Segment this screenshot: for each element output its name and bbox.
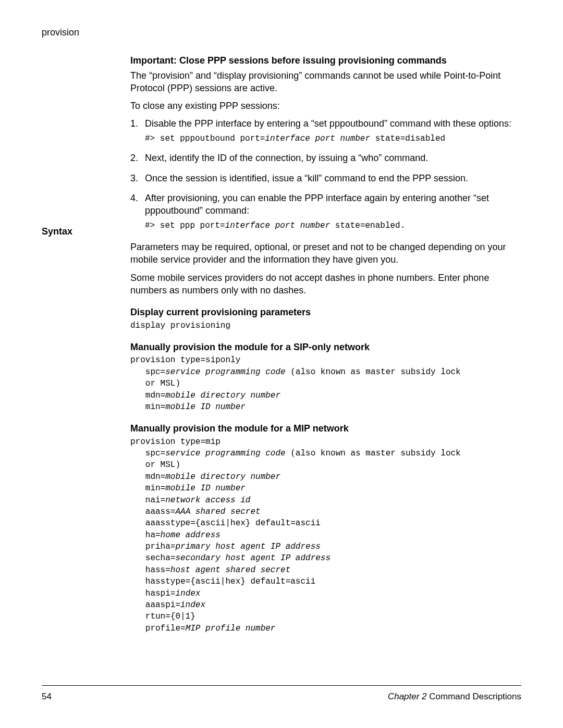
step-1-text: Disable the PPP interface by entering a … (145, 117, 521, 130)
code-text: min= (130, 484, 165, 493)
code-text: min= (130, 402, 165, 412)
code-italic: interface port number (225, 221, 331, 230)
chapter-label: Chapter 2 (388, 692, 427, 701)
important-p1: The “provision” and “display provisionin… (130, 69, 521, 95)
code-text: spc= (130, 367, 165, 377)
code-text: aaasstype={ascii|hex} default=ascii (130, 519, 321, 528)
code-text: state=disabled (370, 134, 445, 143)
step-number: 1. (130, 117, 145, 144)
code-italic: secondary host agent IP address (175, 553, 331, 563)
code-text: #> set pppoutbound port= (145, 134, 265, 143)
footer-right: Chapter 2 Command Descriptions (388, 691, 521, 703)
sip-heading: Manually provision the module for a SIP-… (130, 341, 521, 353)
step-1-code: #> set pppoutbound port=interface port n… (145, 133, 521, 145)
step-number: 4. (130, 192, 145, 231)
footer-rule (42, 685, 521, 686)
code-italic: mobile directory number (165, 472, 280, 482)
footer-row: 54 Chapter 2 Command Descriptions (42, 691, 521, 703)
step-4-text: After provisioning, you can enable the P… (145, 192, 521, 217)
code-italic: network access id (165, 496, 250, 505)
code-text: hasstype={ascii|hex} default=ascii (130, 577, 315, 586)
code-italic: mobile ID number (165, 402, 246, 412)
mip-code: provision type=mip spc=service programmi… (130, 436, 521, 635)
syntax-label: Syntax (42, 225, 130, 238)
code-text: state=enabled. (330, 221, 405, 230)
code-italic: interface port number (265, 134, 370, 143)
step-body: Disable the PPP interface by entering a … (145, 117, 521, 144)
step-4-code: #> set ppp port=interface port number st… (145, 220, 521, 232)
body-area: Syntax Important: Close PPP sessions bef… (42, 54, 521, 641)
code-text: aaass= (130, 507, 175, 516)
display-code: display provisioning (130, 320, 521, 331)
page-footer: 54 Chapter 2 Command Descriptions (42, 685, 521, 703)
code-text: hass= (130, 565, 170, 575)
code-text: secha= (130, 553, 175, 563)
code-italic: MIP profile number (186, 624, 276, 633)
code-italic: primary host agent IP address (175, 542, 320, 551)
page: provision Syntax Important: Close PPP se… (0, 0, 563, 728)
code-text: mdn= (130, 472, 165, 482)
left-column: Syntax (42, 54, 130, 641)
code-italic: host agent shared secret (170, 565, 290, 575)
code-text: haspi= (130, 589, 175, 598)
step-3-text: Once the session is identified, issue a … (145, 172, 521, 184)
chapter-name: Command Descriptions (427, 692, 521, 701)
code-italic: service programming code (165, 449, 285, 458)
code-text: mdn= (130, 391, 165, 400)
code-italic: home address (161, 530, 221, 540)
code-italic: AAA shared secret (175, 507, 260, 516)
display-heading: Display current provisioning parameters (130, 306, 521, 318)
code-italic: mobile ID number (165, 484, 246, 493)
code-text: or MSL) (130, 379, 180, 388)
step-1: 1. Disable the PPP interface by entering… (130, 117, 521, 144)
code-text: aaaspi= (130, 600, 180, 610)
code-italic: mobile directory number (165, 391, 280, 400)
code-text: (also known as master subsidy lock (286, 449, 461, 458)
code-text: (also known as master subsidy lock (286, 367, 461, 377)
page-header-title: provision (42, 26, 521, 39)
step-number: 2. (130, 152, 145, 164)
important-p2: To close any existing PPP sessions: (130, 100, 521, 112)
syntax-p2: Some mobile services providers do not ac… (130, 272, 521, 297)
step-4: 4. After provisioning, you can enable th… (130, 192, 521, 231)
step-2: 2. Next, identify the ID of the connecti… (130, 152, 521, 164)
code-italic: service programming code (165, 367, 285, 377)
code-text: priha= (130, 542, 175, 551)
code-text: ha= (130, 530, 161, 540)
important-heading: Important: Close PPP sessions before iss… (130, 54, 521, 67)
syntax-p1: Parameters may be required, optional, or… (130, 241, 521, 266)
code-italic: index (180, 600, 205, 610)
step-body: After provisioning, you can enable the P… (145, 192, 521, 231)
code-text: provision type=mip (130, 437, 221, 447)
step-3: 3. Once the session is identified, issue… (130, 172, 521, 184)
code-text: profile= (130, 624, 186, 633)
step-number: 3. (130, 172, 145, 184)
mip-heading: Manually provision the module for a MIP … (130, 422, 521, 435)
steps-list: 1. Disable the PPP interface by entering… (130, 117, 521, 231)
code-text: rtun={0|1} (130, 612, 195, 621)
step-2-text: Next, identify the ID of the connection,… (145, 152, 521, 164)
code-text: #> set ppp port= (145, 221, 225, 230)
code-text: spc= (130, 449, 165, 458)
right-column: Important: Close PPP sessions before iss… (130, 54, 521, 641)
page-number: 54 (42, 691, 52, 703)
code-text: provision type=siponly (130, 355, 240, 365)
code-text: nai= (130, 496, 165, 505)
code-text: or MSL) (130, 460, 180, 470)
sip-code: provision type=siponly spc=service progr… (130, 354, 521, 413)
code-italic: index (175, 589, 200, 598)
